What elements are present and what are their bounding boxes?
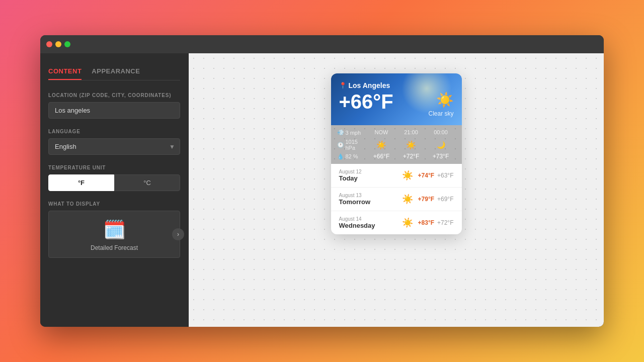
forecast-date-wednesday: August 14 Wednesday xyxy=(339,216,397,229)
forecast-date-tomorrow: August 13 Tomorrow xyxy=(339,193,397,206)
forecast-card-icon: 🗓️ xyxy=(103,219,126,240)
fahrenheit-button[interactable]: °F xyxy=(48,174,114,191)
hour-now-icon: ☀️ xyxy=(367,140,396,150)
pressure-icon: 🕐 xyxy=(337,142,344,148)
sidebar: CONTENT APPEARANCE LOCATION (ZIP CODE, C… xyxy=(40,53,189,327)
forecast-low-tomorrow: +69°F xyxy=(437,196,453,203)
widget-hourly: 💨 3 mph NOW 21:00 00:00 🕐 1015 hPa xyxy=(331,125,462,164)
hourly-temps-row: 💧 82 % +66°F +72°F +73°F xyxy=(337,153,456,160)
language-select[interactable]: English Spanish French xyxy=(48,138,180,155)
forecast-day-tomorrow: Tomorrow xyxy=(339,198,397,206)
widget-temperature: +66°F xyxy=(339,92,393,112)
hour-now-label: NOW xyxy=(367,129,396,136)
hour-00-label: 00:00 xyxy=(426,129,456,136)
close-button[interactable] xyxy=(46,41,52,47)
celsius-button[interactable]: °C xyxy=(114,174,180,191)
forecast-card-label: Detailed Forecast xyxy=(91,244,138,251)
widget-condition: Clear sky xyxy=(428,110,453,117)
app-window: CONTENT APPEARANCE LOCATION (ZIP CODE, C… xyxy=(40,35,604,327)
forecast-row-wednesday: August 14 Wednesday ☀️ +83°F +72°F xyxy=(331,211,462,234)
forecast-icon-wednesday: ☀️ xyxy=(402,217,413,228)
sun-icon: ☀️ xyxy=(436,92,454,108)
forecast-high-wednesday: +83°F xyxy=(418,219,434,226)
traffic-lights xyxy=(46,41,70,47)
widget-location: 📍 Los Angeles xyxy=(339,81,454,89)
display-grid: 🗓️ Detailed Forecast › xyxy=(48,211,180,258)
sun-21-icon: ☀️ xyxy=(406,140,416,150)
maximize-button[interactable] xyxy=(64,41,70,47)
main-preview-area: 📍 Los Angeles +66°F ☀️ Clear sky xyxy=(189,53,604,327)
temp-00: +73°F xyxy=(426,153,456,160)
scroll-right-arrow[interactable]: › xyxy=(172,228,184,240)
forecast-low-today: +63°F xyxy=(437,172,453,179)
minimize-button[interactable] xyxy=(55,41,61,47)
wind-stat: 💨 3 mph xyxy=(337,129,367,136)
hour-21-icon: ☀️ xyxy=(396,140,426,150)
forecast-date-sub-today: August 12 xyxy=(339,169,397,174)
temperature-section: TEMPERATURE UNIT °F °C xyxy=(48,165,180,191)
language-section: LANGUAGE English Spanish French ▼ xyxy=(48,129,180,155)
widget-temp-row: +66°F ☀️ Clear sky xyxy=(339,92,454,117)
tabs: CONTENT APPEARANCE xyxy=(48,63,180,80)
language-select-wrapper: English Spanish French ▼ xyxy=(48,138,180,155)
moon-00-icon: 🌙 xyxy=(437,141,445,149)
forecast-temps-wednesday: +83°F +72°F xyxy=(418,219,454,226)
forecast-row-tomorrow: August 13 Tomorrow ☀️ +79°F +69°F xyxy=(331,188,462,211)
forecast-date-sub-wednesday: August 14 xyxy=(339,216,397,222)
pressure-stat: 🕐 1015 hPa xyxy=(337,139,367,151)
temp-21: +72°F xyxy=(396,153,426,160)
location-input[interactable] xyxy=(48,102,180,119)
language-label: LANGUAGE xyxy=(48,129,180,134)
location-pin-icon: 📍 xyxy=(339,82,347,89)
sun-now-icon: ☀️ xyxy=(376,140,386,150)
forecast-day-wednesday: Wednesday xyxy=(339,222,397,229)
widget-sun-area: ☀️ Clear sky xyxy=(428,92,453,117)
forecast-date-sub-tomorrow: August 13 xyxy=(339,193,397,198)
temperature-toggle: °F °C xyxy=(48,174,180,191)
weather-widget: 📍 Los Angeles +66°F ☀️ Clear sky xyxy=(331,73,462,234)
widget-header: 📍 Los Angeles +66°F ☀️ Clear sky xyxy=(331,73,462,125)
tab-appearance[interactable]: APPEARANCE xyxy=(92,63,140,80)
app-body: CONTENT APPEARANCE LOCATION (ZIP CODE, C… xyxy=(40,53,604,327)
detailed-forecast-card[interactable]: 🗓️ Detailed Forecast xyxy=(48,211,180,258)
location-label: LOCATION (ZIP CODE, CITY, COORDINATES) xyxy=(48,93,180,98)
forecast-day-today: Today xyxy=(339,174,397,182)
hour-21-label: 21:00 xyxy=(396,129,426,136)
forecast-temps-tomorrow: +79°F +69°F xyxy=(418,196,454,203)
forecast-low-wednesday: +72°F xyxy=(437,219,453,226)
hourly-header: 💨 3 mph NOW 21:00 00:00 xyxy=(337,129,456,136)
tab-content[interactable]: CONTENT xyxy=(48,63,82,80)
humidity-icon: 💧 xyxy=(337,153,344,160)
title-bar xyxy=(40,35,604,53)
wind-icon: 💨 xyxy=(337,129,344,136)
forecast-high-today: +74°F xyxy=(418,172,434,179)
forecast-row-today: August 12 Today ☀️ +74°F +63°F xyxy=(331,164,462,188)
temperature-label: TEMPERATURE UNIT xyxy=(48,165,180,170)
forecast-date-today: August 12 Today xyxy=(339,169,397,182)
forecast-high-tomorrow: +79°F xyxy=(418,196,434,203)
forecast-temps-today: +74°F +63°F xyxy=(418,172,454,179)
widget-forecast: August 12 Today ☀️ +74°F +63°F August 13… xyxy=(331,164,462,234)
hourly-icons-row: 🕐 1015 hPa ☀️ ☀️ 🌙 xyxy=(337,139,456,151)
widget-city-name: Los Angeles xyxy=(349,81,390,89)
forecast-icon-tomorrow: ☀️ xyxy=(402,194,413,205)
hour-00-icon: 🌙 xyxy=(426,141,456,149)
display-section: WHAT TO DISPLAY 🗓️ Detailed Forecast › xyxy=(48,201,180,258)
humidity-stat: 💧 82 % xyxy=(337,153,367,160)
location-section: LOCATION (ZIP CODE, CITY, COORDINATES) xyxy=(48,93,180,119)
temp-now: +66°F xyxy=(367,153,396,160)
what-to-display-label: WHAT TO DISPLAY xyxy=(48,201,180,207)
forecast-icon-today: ☀️ xyxy=(402,170,413,181)
